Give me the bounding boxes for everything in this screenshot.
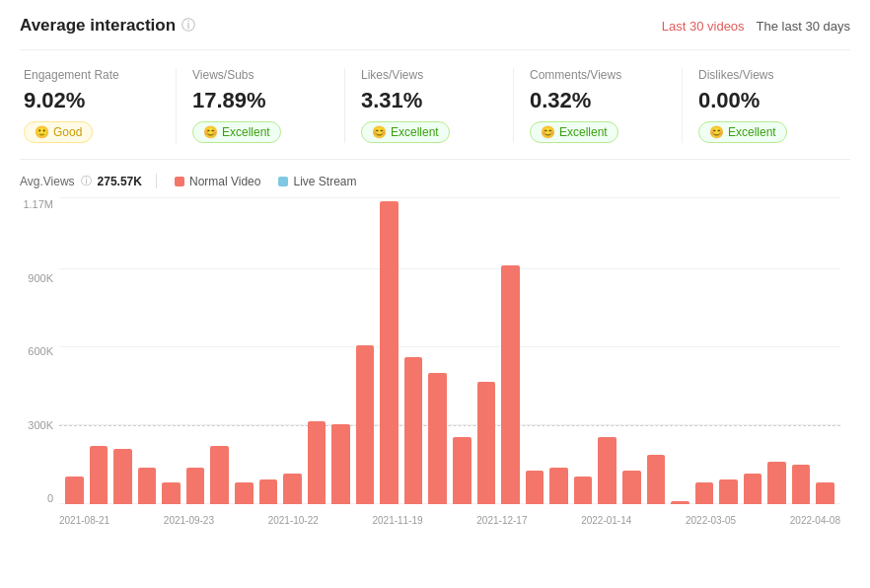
bar-group (574, 198, 593, 504)
header: Average interaction ⓘ Last 30 videos The… (20, 16, 850, 50)
y-axis-label: 0 (20, 492, 57, 504)
metric-label: Comments/Views (530, 68, 666, 82)
x-axis-label: 2022-03-05 (686, 515, 736, 526)
badge-icon: 🙂 (35, 125, 49, 139)
bar[interactable] (574, 477, 593, 504)
bar[interactable] (259, 479, 278, 504)
bar[interactable] (283, 474, 302, 504)
badge-icon: 😊 (203, 125, 218, 139)
x-axis-label: 2021-10-22 (268, 515, 319, 526)
bar[interactable] (308, 421, 326, 504)
bar-group (501, 198, 520, 504)
bar[interactable] (816, 482, 834, 504)
bar-group (356, 198, 375, 504)
metric-badge: 😊Excellent (192, 121, 281, 143)
bar[interactable] (210, 446, 229, 504)
bar[interactable] (767, 462, 786, 504)
metric-value: 0.00% (698, 88, 834, 113)
bar[interactable] (647, 455, 666, 504)
bar[interactable] (138, 468, 157, 504)
chart-wrapper: 0300K600K900K1.17M 2021-08-212021-09-232… (20, 198, 850, 534)
bar[interactable] (380, 201, 399, 504)
avg-label: Avg.Views (20, 175, 75, 188)
bar[interactable] (453, 437, 471, 504)
bar[interactable] (598, 437, 616, 504)
bar[interactable] (792, 465, 811, 504)
bar-group (744, 198, 762, 504)
bar-group (647, 198, 666, 504)
bar-group (331, 198, 350, 504)
badge-label: Good (53, 125, 82, 139)
bar[interactable] (428, 373, 447, 504)
metric-value: 17.89% (192, 88, 328, 113)
avg-value: 275.57K (98, 175, 142, 188)
bar[interactable] (90, 446, 109, 504)
bar-group (113, 198, 132, 504)
bar-group (526, 198, 544, 504)
legend-avg: Avg.Views ⓘ 275.57K (20, 174, 157, 188)
badge-label: Excellent (222, 125, 270, 139)
metric-value: 3.31% (361, 88, 497, 113)
bar[interactable] (65, 477, 84, 504)
bar[interactable] (162, 482, 181, 504)
bar[interactable] (186, 468, 205, 504)
metrics-row: Engagement Rate9.02%🙂GoodViews/Subs17.89… (20, 50, 850, 160)
y-axis-label: 900K (20, 272, 57, 284)
bar-group (477, 198, 496, 504)
y-axis: 0300K600K900K1.17M (20, 198, 57, 504)
x-axis-label: 2021-08-21 (59, 515, 109, 526)
bars-container (59, 198, 840, 504)
x-axis-label: 2021-12-17 (476, 515, 527, 526)
bar[interactable] (622, 471, 641, 504)
bar-group (90, 198, 109, 504)
bar[interactable] (549, 468, 568, 504)
bar[interactable] (526, 471, 544, 504)
bar[interactable] (331, 424, 350, 504)
metric-item-2: Likes/Views3.31%😊Excellent (345, 68, 514, 143)
bar-group (283, 198, 302, 504)
y-axis-label: 1.17M (20, 198, 57, 210)
bar[interactable] (356, 345, 375, 504)
legend-live-stream: Live Stream (278, 175, 356, 188)
chart-section: Avg.Views ⓘ 275.57K Normal Video Live St… (20, 160, 850, 534)
legend-normal-video: Normal Video (175, 175, 260, 188)
bar[interactable] (744, 474, 762, 504)
bar-group (598, 198, 616, 504)
bar[interactable] (477, 382, 496, 504)
x-axis: 2021-08-212021-09-232021-10-222021-11-19… (59, 506, 840, 534)
x-axis-label: 2021-09-23 (164, 515, 214, 526)
bar[interactable] (719, 479, 738, 504)
legend-normal-label: Normal Video (189, 175, 260, 188)
badge-label: Excellent (559, 125, 608, 139)
page-title: Average interaction (20, 16, 176, 36)
metric-item-3: Comments/Views0.32%😊Excellent (514, 68, 683, 143)
bar-group (65, 198, 84, 504)
bar[interactable] (113, 449, 132, 504)
badge-icon: 😊 (709, 125, 724, 139)
bar-group (210, 198, 229, 504)
bar[interactable] (671, 501, 689, 504)
bar-group (235, 198, 254, 504)
filter-last-30-days[interactable]: The last 30 days (757, 19, 850, 34)
legend-live-label: Live Stream (293, 175, 356, 188)
metric-badge: 😊Excellent (698, 121, 787, 143)
badge-label: Excellent (728, 125, 776, 139)
legend-dot-blue (278, 177, 288, 186)
bar[interactable] (695, 482, 714, 504)
filter-last-30-videos[interactable]: Last 30 videos (662, 19, 745, 34)
page-container: Average interaction ⓘ Last 30 videos The… (0, 0, 870, 550)
bar-group (380, 198, 399, 504)
bar[interactable] (235, 482, 254, 504)
info-icon[interactable]: ⓘ (181, 17, 195, 35)
metric-item-0: Engagement Rate9.02%🙂Good (20, 68, 177, 143)
bar-group (549, 198, 568, 504)
bar[interactable] (404, 357, 423, 504)
x-axis-label: 2022-01-14 (581, 515, 631, 526)
bar-group (767, 198, 786, 504)
metric-badge: 😊Excellent (530, 121, 618, 143)
x-axis-label: 2021-11-19 (372, 515, 422, 526)
badge-label: Excellent (391, 125, 439, 139)
bar-group (138, 198, 157, 504)
bar-group (816, 198, 834, 504)
bar[interactable] (501, 265, 520, 504)
